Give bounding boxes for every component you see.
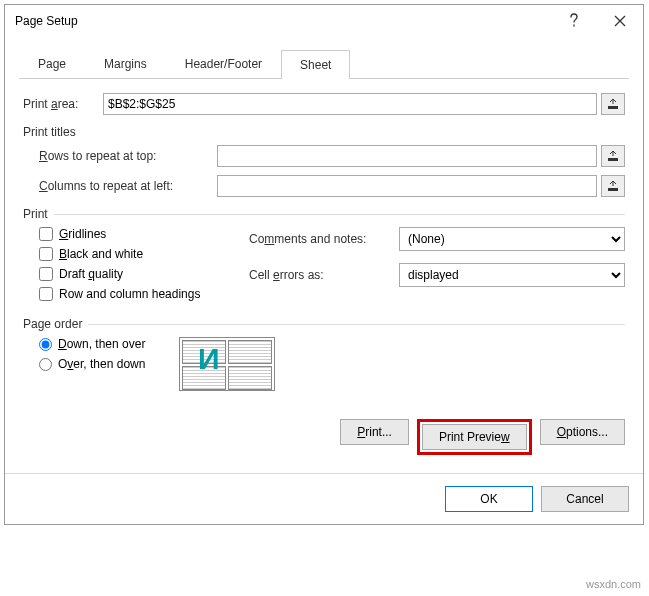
svg-rect-1 bbox=[608, 158, 618, 161]
divider bbox=[54, 214, 625, 215]
cols-repeat-label: Columns to repeat at left: bbox=[39, 179, 217, 193]
black-white-label: Black and white bbox=[59, 247, 143, 261]
print-area-row: Print area: bbox=[23, 93, 625, 115]
divider bbox=[88, 324, 625, 325]
page-order-group: Page order bbox=[23, 317, 625, 331]
help-icon bbox=[568, 13, 580, 29]
rows-repeat-collapse-button[interactable] bbox=[601, 145, 625, 167]
print-titles-group: Print titles bbox=[23, 125, 625, 139]
page-order-label: Page order bbox=[23, 317, 82, 331]
print-preview-button[interactable]: Print Preview bbox=[422, 424, 527, 450]
gridlines-label: Gridlines bbox=[59, 227, 106, 241]
down-then-over-radio[interactable] bbox=[39, 338, 52, 351]
print-area-input[interactable] bbox=[103, 93, 597, 115]
ok-button[interactable]: OK bbox=[445, 486, 533, 512]
tab-header-footer[interactable]: Header/Footer bbox=[166, 49, 281, 78]
print-selects: Comments and notes: (None) Cell errors a… bbox=[249, 227, 625, 307]
print-group-label: Print bbox=[23, 207, 48, 221]
collapse-dialog-icon bbox=[607, 98, 619, 110]
black-white-checkbox[interactable] bbox=[39, 247, 53, 261]
draft-quality-label: Draft quality bbox=[59, 267, 123, 281]
cancel-button[interactable]: Cancel bbox=[541, 486, 629, 512]
page-setup-dialog: Page Setup Page Margins Header/Footer Sh… bbox=[4, 4, 644, 525]
dialog-body: Page Margins Header/Footer Sheet Print a… bbox=[5, 37, 643, 473]
cols-repeat-collapse-button[interactable] bbox=[601, 175, 625, 197]
page-order-preview: И bbox=[179, 337, 275, 391]
svg-rect-0 bbox=[608, 106, 618, 109]
options-button[interactable]: Options... bbox=[540, 419, 625, 445]
collapse-dialog-icon bbox=[607, 150, 619, 162]
over-then-down-label: Over, then down bbox=[58, 357, 145, 371]
print-group: Print bbox=[23, 207, 625, 221]
row-col-headings-checkbox[interactable] bbox=[39, 287, 53, 301]
row-col-headings-label: Row and column headings bbox=[59, 287, 200, 301]
over-then-down-radio[interactable] bbox=[39, 358, 52, 371]
help-button[interactable] bbox=[551, 5, 597, 37]
draft-quality-checkbox[interactable] bbox=[39, 267, 53, 281]
page-order-options: Down, then over Over, then down bbox=[39, 337, 179, 377]
tab-margins[interactable]: Margins bbox=[85, 49, 166, 78]
cols-repeat-row: Columns to repeat at left: bbox=[39, 175, 625, 197]
print-area-label: Print area: bbox=[23, 97, 103, 111]
cols-repeat-input[interactable] bbox=[217, 175, 597, 197]
rows-repeat-row: Rows to repeat at top: bbox=[39, 145, 625, 167]
close-icon bbox=[614, 15, 626, 27]
print-area-collapse-button[interactable] bbox=[601, 93, 625, 115]
print-button[interactable]: Print... bbox=[340, 419, 409, 445]
down-then-over-label: Down, then over bbox=[58, 337, 145, 351]
tab-content: Print area: Print titles Rows to repeat … bbox=[19, 79, 629, 459]
action-buttons: Print... Print Preview Options... bbox=[23, 419, 625, 455]
svg-rect-2 bbox=[608, 188, 618, 191]
comments-select[interactable]: (None) bbox=[399, 227, 625, 251]
rows-repeat-input[interactable] bbox=[217, 145, 597, 167]
tab-page[interactable]: Page bbox=[19, 49, 85, 78]
comments-label: Comments and notes: bbox=[249, 232, 399, 246]
tab-sheet[interactable]: Sheet bbox=[281, 50, 350, 79]
print-checkboxes: Gridlines Black and white Draft quality … bbox=[39, 227, 249, 307]
dialog-footer: OK Cancel bbox=[5, 473, 643, 524]
titlebar: Page Setup bbox=[5, 5, 643, 37]
tab-strip: Page Margins Header/Footer Sheet bbox=[19, 49, 629, 79]
gridlines-checkbox[interactable] bbox=[39, 227, 53, 241]
collapse-dialog-icon bbox=[607, 180, 619, 192]
annotation-highlight: Print Preview bbox=[417, 419, 532, 455]
dialog-title: Page Setup bbox=[15, 14, 551, 28]
rows-repeat-label: Rows to repeat at top: bbox=[39, 149, 217, 163]
cell-errors-select[interactable]: displayed bbox=[399, 263, 625, 287]
close-button[interactable] bbox=[597, 5, 643, 37]
cell-errors-label: Cell errors as: bbox=[249, 268, 399, 282]
